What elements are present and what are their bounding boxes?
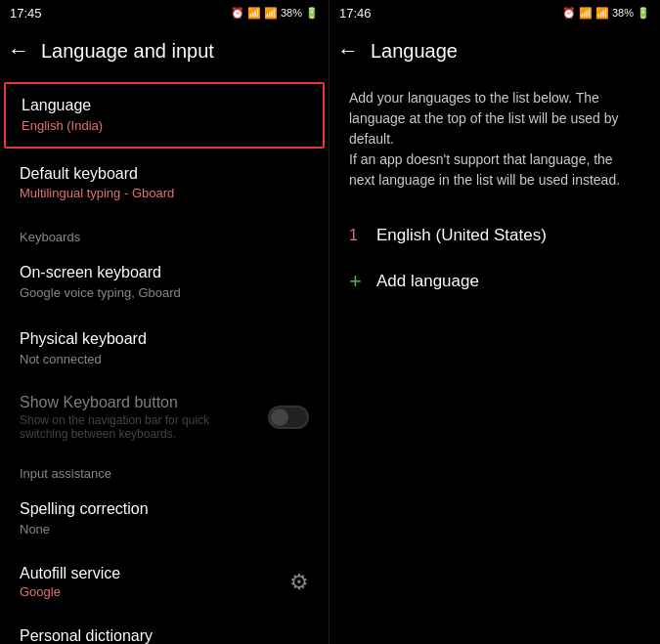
keyboards-section-header: Keyboards bbox=[0, 216, 329, 249]
default-keyboard-subtitle: Multilingual typing - Gboard bbox=[20, 186, 309, 202]
right-panel: 17:46 ⏰ 📶 📶 38% 🔋 ← Language Add your la… bbox=[330, 0, 660, 644]
header-bar-left: ← Language and input bbox=[0, 25, 329, 76]
show-keyboard-subtitle: Show on the navigation bar for quick swi… bbox=[20, 413, 252, 441]
personal-dictionary-title: Personal dictionary bbox=[20, 626, 309, 644]
input-assistance-title: Input assistance bbox=[20, 466, 111, 481]
settings-list: Language English (India) Default keyboar… bbox=[0, 76, 329, 644]
page-title-right: Language bbox=[371, 40, 458, 63]
language-list: 1 English (United States) bbox=[349, 214, 640, 257]
show-keyboard-title: Show Keyboard button bbox=[20, 394, 252, 411]
status-bar-right: 17:46 ⏰ 📶 📶 38% 🔋 bbox=[330, 0, 660, 25]
language-name-english-us: English (United States) bbox=[376, 226, 547, 245]
autofill-title: Autofill service bbox=[20, 565, 289, 582]
language-title: Language bbox=[22, 96, 307, 116]
autofill-service-item[interactable]: Autofill service Google ⚙ bbox=[0, 551, 329, 613]
wifi-icon-r: 📶 bbox=[595, 7, 609, 20]
autofill-text: Autofill service Google bbox=[20, 565, 289, 599]
onscreen-keyboard-title: On-screen keyboard bbox=[20, 263, 309, 283]
battery-icon: 🔋 bbox=[305, 7, 319, 20]
wifi-icon: 📶 bbox=[264, 7, 278, 20]
plus-icon: + bbox=[349, 269, 376, 294]
status-time-right: 17:46 bbox=[339, 6, 372, 21]
physical-keyboard-title: Physical keyboard bbox=[20, 329, 309, 350]
signal-icon-r: 📶 bbox=[579, 7, 593, 20]
status-time-left: 17:45 bbox=[10, 6, 42, 21]
physical-keyboard-item[interactable]: Physical keyboard Not connected bbox=[0, 316, 329, 382]
status-icons-left: ⏰ 📶 📶 38% 🔋 bbox=[231, 7, 319, 20]
battery-text: 38% bbox=[281, 7, 302, 19]
language-setting-item[interactable]: Language English (India) bbox=[4, 82, 325, 149]
spelling-correction-subtitle: None bbox=[20, 522, 309, 538]
alarm-icon: ⏰ bbox=[231, 7, 244, 20]
status-bar-left: 17:45 ⏰ 📶 📶 38% 🔋 bbox=[0, 0, 329, 25]
personal-dictionary-item[interactable]: Personal dictionary bbox=[0, 613, 329, 644]
back-button-right[interactable]: ← bbox=[337, 38, 359, 64]
back-button-left[interactable]: ← bbox=[8, 38, 29, 64]
language-number: 1 bbox=[349, 227, 376, 244]
status-icons-right: ⏰ 📶 📶 38% 🔋 bbox=[562, 7, 650, 20]
language-description: Add your languages to the list below. Th… bbox=[349, 88, 640, 191]
header-bar-right: ← Language bbox=[330, 25, 660, 76]
physical-keyboard-subtitle: Not connected bbox=[20, 352, 309, 368]
spelling-correction-item[interactable]: Spelling correction None bbox=[0, 486, 329, 552]
add-language-item[interactable]: + Add language bbox=[349, 257, 640, 306]
add-language-label: Add language bbox=[376, 272, 479, 291]
left-panel: 17:45 ⏰ 📶 📶 38% 🔋 ← Language and input L… bbox=[0, 0, 330, 644]
signal-icon: 📶 bbox=[247, 7, 261, 20]
spelling-correction-title: Spelling correction bbox=[20, 499, 309, 520]
language-subtitle: English (India) bbox=[22, 118, 307, 135]
onscreen-keyboard-subtitle: Google voice typing, Gboard bbox=[20, 285, 309, 302]
page-title-left: Language and input bbox=[41, 40, 214, 63]
keyboard-toggle-switch[interactable] bbox=[268, 406, 309, 429]
keyboards-section-title: Keyboards bbox=[20, 230, 80, 244]
autofill-subtitle: Google bbox=[20, 584, 289, 599]
language-content: Add your languages to the list below. Th… bbox=[330, 76, 660, 644]
toggle-text: Show Keyboard button Show on the navigat… bbox=[20, 394, 252, 441]
default-keyboard-title: Default keyboard bbox=[20, 164, 309, 185]
battery-icon-r: 🔋 bbox=[637, 7, 650, 20]
gear-icon[interactable]: ⚙ bbox=[289, 570, 309, 595]
list-item-english-us[interactable]: 1 English (United States) bbox=[349, 214, 640, 257]
onscreen-keyboard-item[interactable]: On-screen keyboard Google voice typing, … bbox=[0, 249, 329, 316]
input-assistance-section-header: Input assistance bbox=[0, 452, 329, 486]
battery-text-r: 38% bbox=[612, 7, 634, 19]
show-keyboard-button-item[interactable]: Show Keyboard button Show on the navigat… bbox=[0, 382, 329, 452]
default-keyboard-item[interactable]: Default keyboard Multilingual typing - G… bbox=[0, 150, 329, 217]
alarm-icon-r: ⏰ bbox=[562, 7, 576, 20]
